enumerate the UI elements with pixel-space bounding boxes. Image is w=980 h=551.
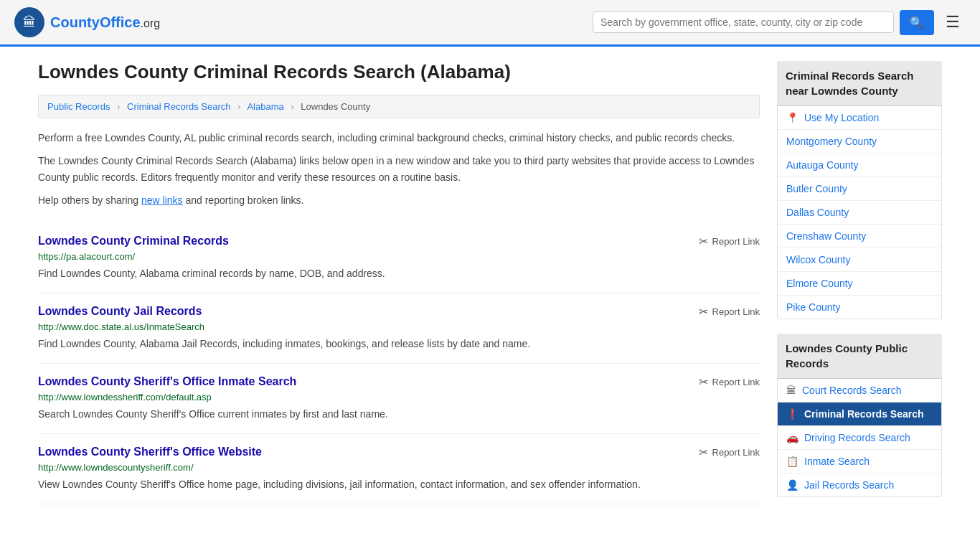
report-icon-3: ✂ — [699, 446, 708, 459]
desc-para-2: The Lowndes County Criminal Records Sear… — [38, 153, 760, 185]
page-description: Perform a free Lowndes County, AL public… — [38, 130, 760, 209]
public-record-link-1[interactable]: Criminal Records Search — [804, 408, 924, 420]
search-button[interactable]: 🔍 — [900, 10, 934, 35]
report-icon-0: ✂ — [699, 235, 708, 248]
public-records-list: 🏛 Court Records Search ❗ Criminal Record… — [777, 379, 942, 497]
search-area: 🔍 ☰ — [593, 10, 966, 35]
record-entry-0: Lowndes County Criminal Records ✂ Report… — [38, 223, 760, 293]
record-url-2: http://www.lowndessheriff.com/default.as… — [38, 392, 760, 402]
records-list: Lowndes County Criminal Records ✂ Report… — [38, 223, 760, 504]
record-desc-3: View Lowndes County Sheriff's Office hom… — [38, 477, 760, 492]
main-container: Lowndes County Criminal Records Search (… — [24, 47, 956, 526]
logo-area: 🏛 CountyOffice.org — [14, 7, 160, 37]
record-desc-2: Search Lowndes County Sheriff's Office c… — [38, 407, 760, 422]
report-link-0[interactable]: ✂ Report Link — [699, 235, 760, 248]
page-title: Lowndes County Criminal Records Search (… — [38, 61, 760, 83]
location-icon: 📍 — [786, 112, 798, 123]
record-title-0[interactable]: Lowndes County Criminal Records — [38, 235, 229, 248]
report-link-1[interactable]: ✂ Report Link — [699, 305, 760, 319]
use-location-item[interactable]: 📍 Use My Location — [778, 106, 941, 130]
logo-icon: 🏛 — [14, 7, 44, 37]
report-label-2: Report Link — [712, 377, 760, 387]
nearby-county-link-6[interactable]: Elmore County — [786, 278, 853, 289]
nearby-county-link-1[interactable]: Autauga County — [786, 159, 858, 171]
record-url-1: http://www.doc.state.al.us/InmateSearch — [38, 321, 760, 332]
nearby-county-4[interactable]: Crenshaw County — [778, 225, 941, 248]
public-record-item-4[interactable]: 👤 Jail Records Search — [778, 474, 941, 496]
nearby-county-2[interactable]: Butler County — [778, 177, 941, 201]
report-label-1: Report Link — [712, 306, 760, 317]
record-desc-1: Find Lowndes County, Alabama Jail Record… — [38, 336, 760, 352]
nearby-county-3[interactable]: Dallas County — [778, 201, 941, 225]
public-record-item-0[interactable]: 🏛 Court Records Search — [778, 379, 941, 402]
nearby-county-link-4[interactable]: Crenshaw County — [786, 230, 866, 242]
sidebar: Criminal Records Search near Lowndes Cou… — [777, 61, 942, 512]
nearby-county-link-7[interactable]: Pike County — [786, 301, 840, 313]
public-record-icon-4: 👤 — [786, 479, 798, 491]
search-box — [593, 11, 894, 33]
nearby-county-5[interactable]: Wilcox County — [778, 248, 941, 272]
use-location-link[interactable]: Use My Location — [804, 112, 879, 123]
record-title-3[interactable]: Lowndes County Sheriff's Office Website — [38, 446, 262, 458]
public-record-icon-3: 📋 — [786, 456, 798, 467]
main-content: Lowndes County Criminal Records Search (… — [38, 61, 760, 512]
logo-suffix: .org — [141, 17, 161, 29]
logo-name: CountyOffice — [50, 14, 141, 30]
desc-para-3: Help others by sharing new links and rep… — [38, 192, 760, 208]
record-header-0: Lowndes County Criminal Records ✂ Report… — [38, 235, 760, 248]
report-label-0: Report Link — [712, 236, 760, 247]
new-links-link[interactable]: new links — [141, 194, 183, 206]
nearby-counties-list: Montgomery CountyAutauga CountyButler Co… — [778, 130, 941, 319]
record-entry-3: Lowndes County Sheriff's Office Website … — [38, 434, 760, 504]
public-record-icon-2: 🚗 — [786, 432, 798, 443]
breadcrumb-sep-3: › — [291, 101, 293, 112]
breadcrumb: Public Records › Criminal Records Search… — [38, 95, 760, 118]
desc-para3-prefix: Help others by sharing — [38, 194, 141, 206]
report-link-3[interactable]: ✂ Report Link — [699, 446, 760, 459]
nearby-section: Criminal Records Search near Lowndes Cou… — [777, 61, 942, 319]
record-desc-0: Find Lowndes County, Alabama criminal re… — [38, 266, 760, 281]
report-icon-2: ✂ — [699, 375, 708, 389]
nearby-county-link-5[interactable]: Wilcox County — [786, 254, 850, 265]
breadcrumb-sep-1: › — [117, 101, 120, 112]
breadcrumb-public-records[interactable]: Public Records — [47, 101, 110, 112]
menu-button[interactable]: ☰ — [940, 10, 966, 34]
breadcrumb-criminal-records[interactable]: Criminal Records Search — [127, 101, 231, 112]
record-url-3: http://www.lowndescountysheriff.com/ — [38, 462, 760, 473]
breadcrumb-sep-2: › — [237, 101, 240, 112]
public-records-heading: Lowndes County Public Records — [777, 334, 942, 379]
public-record-item-3[interactable]: 📋 Inmate Search — [778, 450, 941, 474]
public-record-link-3[interactable]: Inmate Search — [804, 456, 870, 467]
public-record-icon-0: 🏛 — [786, 385, 796, 396]
nearby-county-1[interactable]: Autauga County — [778, 154, 941, 177]
nearby-heading: Criminal Records Search near Lowndes Cou… — [777, 61, 942, 106]
public-record-item-1[interactable]: ❗ Criminal Records Search — [778, 402, 941, 426]
record-title-2[interactable]: Lowndes County Sheriff's Office Inmate S… — [38, 375, 296, 388]
report-label-3: Report Link — [712, 447, 760, 458]
nearby-county-link-0[interactable]: Montgomery County — [786, 136, 877, 147]
public-record-item-2[interactable]: 🚗 Driving Records Search — [778, 426, 941, 450]
record-header-3: Lowndes County Sheriff's Office Website … — [38, 446, 760, 459]
record-url-0: https://pa.alacourt.com/ — [38, 251, 760, 262]
public-record-icon-1: ❗ — [786, 408, 798, 420]
desc-para-1: Perform a free Lowndes County, AL public… — [38, 130, 760, 146]
public-records-items: 🏛 Court Records Search ❗ Criminal Record… — [778, 379, 941, 496]
record-title-1[interactable]: Lowndes County Jail Records — [38, 305, 202, 318]
public-record-link-0[interactable]: Court Records Search — [802, 385, 902, 396]
record-entry-2: Lowndes County Sheriff's Office Inmate S… — [38, 364, 760, 434]
record-header-2: Lowndes County Sheriff's Office Inmate S… — [38, 375, 760, 389]
public-records-section: Lowndes County Public Records 🏛 Court Re… — [777, 334, 942, 497]
public-record-link-4[interactable]: Jail Records Search — [804, 479, 894, 491]
report-icon-1: ✂ — [699, 305, 708, 319]
nearby-county-link-2[interactable]: Butler County — [786, 183, 847, 194]
record-entry-1: Lowndes County Jail Records ✂ Report Lin… — [38, 293, 760, 364]
nearby-county-6[interactable]: Elmore County — [778, 272, 941, 296]
report-link-2[interactable]: ✂ Report Link — [699, 375, 760, 389]
breadcrumb-alabama[interactable]: Alabama — [247, 101, 283, 112]
nearby-county-7[interactable]: Pike County — [778, 296, 941, 319]
nearby-county-0[interactable]: Montgomery County — [778, 130, 941, 154]
search-input[interactable] — [600, 17, 886, 28]
logo-text: CountyOffice.org — [50, 14, 160, 31]
public-record-link-2[interactable]: Driving Records Search — [804, 432, 910, 443]
nearby-county-link-3[interactable]: Dallas County — [786, 207, 849, 218]
